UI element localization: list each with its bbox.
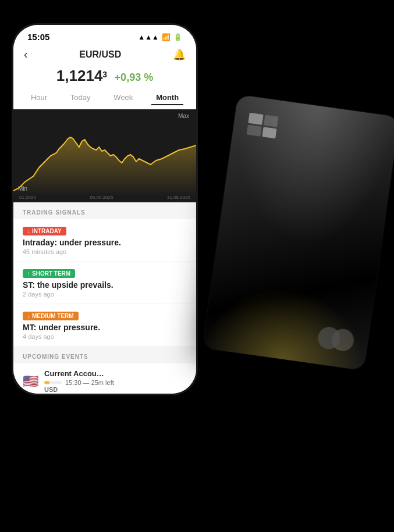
phone: 15:05 ▲▲▲ 📶 🔋 ‹ EUR/USD 🔔 1,12143 +0,93 … <box>12 23 198 395</box>
signal-time-short-term: 2 days ago <box>23 291 187 298</box>
trading-signals-label: TRADING SIGNALS <box>13 202 196 219</box>
price-superscript: 3 <box>102 70 107 79</box>
header: ‹ EUR/USD 🔔 <box>13 44 196 63</box>
chip-cell-3 <box>247 124 262 137</box>
card-chip <box>247 113 279 139</box>
signal-time-intraday: 45 minutes ago <box>23 248 187 255</box>
tab-month[interactable]: Month <box>151 91 183 105</box>
card-network-logo <box>317 326 356 352</box>
phone-screen: 15:05 ▲▲▲ 📶 🔋 ‹ EUR/USD 🔔 1,12143 +0,93 … <box>13 25 196 394</box>
status-icons: ▲▲▲ 📶 🔋 <box>138 33 182 41</box>
bell-icon[interactable]: 🔔 <box>173 48 186 61</box>
badge-arrow-up: ↑ <box>27 270 30 277</box>
chart-date-1: 01.2020 <box>19 195 36 200</box>
event-currency: USD <box>44 386 187 393</box>
badge-arrow-down: ↓ <box>27 228 30 234</box>
price-row: 1,12143 +0,93 % <box>13 63 196 90</box>
price-value: 1,1214 <box>56 67 103 84</box>
event-item-current-account: 🇺🇸 Current Accou… 15:30 — 25m left USD <box>13 363 196 394</box>
chart-dates: 01.2020 05.05.2025 31.08.2025 <box>19 195 190 200</box>
price-change: +0,93 % <box>115 72 154 83</box>
signal-title-intraday: Intraday: under pressure. <box>23 238 187 247</box>
chip-cell-2 <box>264 115 279 127</box>
scene: 15:05 ▲▲▲ 📶 🔋 ‹ EUR/USD 🔔 1,12143 +0,93 … <box>0 0 394 532</box>
chart-date-2: 05.05.2025 <box>90 195 113 200</box>
signal-item-medium-term: ↓MEDIUM TERM MT: under pressure. 4 days … <box>13 304 196 346</box>
event-progress-bar <box>44 381 62 384</box>
signal-icon: ▲▲▲ <box>138 33 159 41</box>
chip-cell-1 <box>248 113 263 125</box>
tab-week[interactable]: Week <box>109 91 137 105</box>
badge-medium-term: ↓MEDIUM TERM <box>23 312 79 320</box>
badge-short-term: ↑SHORT TERM <box>23 269 75 278</box>
card-highlight <box>218 95 394 257</box>
tab-today[interactable]: Today <box>66 91 95 105</box>
event-time-row: 15:30 — 25m left <box>44 379 187 386</box>
event-title: Current Accou… <box>44 369 187 378</box>
card-glow <box>203 279 374 371</box>
tabs-bar: Hour Today Week Month <box>13 90 196 109</box>
signal-time-medium-term: 4 days ago <box>23 333 187 340</box>
signal-title-short-term: ST: the upside prevails. <box>23 280 187 290</box>
credit-card <box>203 95 394 371</box>
battery-icon: 🔋 <box>173 33 182 41</box>
wifi-icon: 📶 <box>162 33 171 41</box>
chip-cell-4 <box>262 127 277 139</box>
event-time-text: 15:30 — 25m left <box>65 379 114 386</box>
signal-item-intraday: ↓INTRADAY Intraday: under pressure. 45 m… <box>13 219 196 261</box>
flag-icon-us: 🇺🇸 <box>23 374 38 389</box>
chart-svg <box>13 109 196 202</box>
back-button[interactable]: ‹ <box>24 48 28 61</box>
page-title: EUR/USD <box>79 49 121 60</box>
tab-hour[interactable]: Hour <box>26 91 52 105</box>
chart-date-3: 31.08.2025 <box>167 195 190 200</box>
chart-area: Max Min 01.2020 05.05.2 <box>13 109 196 202</box>
status-bar: 15:05 ▲▲▲ 📶 🔋 <box>13 25 196 44</box>
content-area: TRADING SIGNALS ↓INTRADAY Intraday: unde… <box>13 202 196 394</box>
status-time: 15:05 <box>27 32 49 42</box>
event-progress-fill <box>44 381 49 384</box>
upcoming-events-label: UPCOMING EVENTS <box>13 347 196 363</box>
event-info: Current Accou… 15:30 — 25m left USD <box>44 369 187 393</box>
signal-title-medium-term: MT: under pressure. <box>23 323 187 332</box>
badge-arrow-down-2: ↓ <box>27 313 30 319</box>
badge-intraday: ↓INTRADAY <box>23 227 66 235</box>
signal-item-short-term: ↑SHORT TERM ST: the upside prevails. 2 d… <box>13 262 196 304</box>
